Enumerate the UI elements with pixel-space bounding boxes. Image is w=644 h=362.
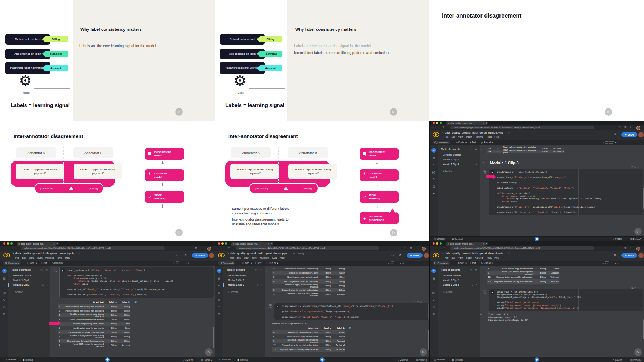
data-table-icon[interactable]: ⊞ bbox=[430, 313, 438, 316]
secrets-icon[interactable]: ⊙ bbox=[0, 298, 8, 302]
more-output-icon[interactable]: ⋯ bbox=[266, 322, 268, 325]
collapse-output-icon[interactable]: v bbox=[480, 148, 482, 150]
run-cell-button[interactable]: ▶ bbox=[61, 269, 65, 272]
kernel-status[interactable]: ▥ Python 3 bbox=[416, 358, 427, 361]
minimize-window-button[interactable] bbox=[221, 242, 224, 245]
bookmark-star-icon[interactable]: ☆ bbox=[619, 126, 621, 129]
reload-icon[interactable]: ↻ bbox=[228, 246, 230, 249]
run-all-button[interactable]: ▷ Run all ▾ bbox=[481, 141, 493, 144]
new-tab-button[interactable]: + bbox=[485, 121, 488, 125]
cell-toolbar[interactable]: ↑↓⊡▢⋮ bbox=[413, 300, 426, 303]
menu-item[interactable]: Help bbox=[494, 256, 499, 259]
menu-item[interactable]: Help bbox=[65, 256, 70, 259]
add-section-button[interactable]: + Section bbox=[438, 287, 480, 293]
avatar[interactable] bbox=[638, 253, 644, 258]
toc-icon[interactable]: ≡ bbox=[431, 269, 436, 273]
resources-indicator[interactable]: ✓ RAMDisk ▾ ∧ bbox=[173, 261, 189, 265]
toc-item-module-1-clip-2[interactable]: Module 1 Clip 2 bbox=[223, 278, 265, 283]
run-all-button[interactable]: ▷ Run all ▾ bbox=[267, 262, 278, 265]
kernel-status[interactable]: ▥ Python 3 bbox=[201, 358, 212, 361]
run-all-button[interactable]: ▷ Run all ▾ bbox=[481, 262, 493, 265]
menu-item[interactable]: Help bbox=[494, 136, 499, 138]
code-snippets-icon[interactable]: ‹› bbox=[215, 284, 223, 288]
close-icon[interactable]: ✕ bbox=[46, 269, 48, 271]
menu-item[interactable]: File bbox=[445, 256, 448, 259]
more-output-icon[interactable]: ⋯ bbox=[51, 304, 53, 307]
files-icon[interactable]: ▢ bbox=[215, 305, 223, 309]
scrollbar-thumb[interactable] bbox=[428, 330, 429, 350]
zoom-window-button[interactable] bbox=[10, 242, 13, 245]
collapse-section-icon[interactable]: v bbox=[483, 161, 484, 164]
play-overlay-icon[interactable]: ▷ bbox=[390, 108, 397, 116]
comment-icon[interactable]: ▭ bbox=[176, 254, 179, 257]
toc-item-generate-dataset[interactable]: Generate Dataset bbox=[223, 273, 265, 278]
star-icon[interactable]: ☆ bbox=[293, 252, 295, 255]
find-replace-icon[interactable]: ▤ bbox=[0, 277, 8, 280]
menu-item[interactable]: Tools bbox=[486, 136, 492, 138]
code-cell[interactable]: ▶ total_rows = len(annotations_df)disagr… bbox=[489, 289, 643, 311]
variables-icon[interactable]: {x} bbox=[215, 291, 223, 295]
address-bar[interactable]: colab.research.google.com/drive/1WorUD3w… bbox=[21, 246, 165, 250]
bookmark-star-icon[interactable]: ☆ bbox=[404, 246, 406, 249]
terminal-button[interactable]: ▣ Terminal bbox=[452, 238, 463, 240]
avatar[interactable] bbox=[638, 132, 644, 137]
find-replace-icon[interactable]: ▤ bbox=[215, 277, 223, 280]
chevron-down-icon[interactable]: ▾ bbox=[251, 262, 252, 265]
back-icon[interactable]: ← bbox=[433, 126, 435, 128]
menu-item[interactable]: Edit bbox=[451, 256, 455, 259]
toc-item-module-1-clip-2[interactable]: Module 1 Clip 2 bbox=[8, 278, 50, 283]
run-all-button[interactable]: ▷ Run all ▾ bbox=[52, 262, 63, 265]
menu-item[interactable]: Runtime bbox=[475, 256, 483, 259]
profile-avatar[interactable] bbox=[636, 247, 640, 251]
close-window-button[interactable] bbox=[218, 242, 220, 245]
code-editor[interactable]: annotations_df = base_tickets_df.copy() … bbox=[497, 170, 641, 213]
code-editor[interactable]: total_rows = len(annotations_df)disagree… bbox=[497, 290, 641, 309]
code-snippets-icon[interactable]: ‹› bbox=[430, 163, 438, 167]
collapse-output-icon[interactable]: v bbox=[266, 271, 267, 273]
chevron-down-icon[interactable]: ▾ bbox=[36, 262, 37, 265]
downloads-icon[interactable]: ↓ bbox=[201, 246, 202, 249]
menu-item[interactable]: Runtime bbox=[475, 136, 483, 138]
menu-item[interactable]: Runtime bbox=[260, 256, 269, 259]
add-code-button[interactable]: + Code bbox=[27, 262, 34, 264]
cell-toolbar[interactable]: ↑↓⊡▢⋮ bbox=[627, 165, 641, 168]
menu-item[interactable]: Edit bbox=[236, 256, 240, 259]
share-button[interactable]: ⊕Share bbox=[621, 253, 637, 258]
comment-icon[interactable]: ▭ bbox=[606, 254, 609, 257]
settings-gear-icon[interactable]: ⚙ bbox=[614, 133, 616, 136]
menu-item[interactable]: Runtime bbox=[45, 256, 54, 259]
notebook-title[interactable]: data_quality_ground_truth_genai_demo.ipy… bbox=[445, 131, 503, 134]
menu-item[interactable]: File bbox=[445, 136, 448, 138]
back-icon[interactable]: ← bbox=[218, 246, 220, 249]
share-button[interactable]: ⊕Share bbox=[407, 253, 423, 258]
reload-icon[interactable]: ↻ bbox=[13, 246, 15, 249]
secrets-icon[interactable]: ⊙ bbox=[215, 298, 223, 302]
code-cell[interactable]: ▶ disagreements = annotations_df[annotat… bbox=[274, 303, 429, 320]
add-section-button[interactable]: + Section bbox=[223, 287, 265, 293]
run-section-icon[interactable]: ▷ bbox=[257, 284, 259, 286]
resources-indicator[interactable]: ✓ RAMDisk ▾ ∧ bbox=[388, 261, 404, 265]
extensions-icon[interactable]: ▦ bbox=[624, 126, 627, 129]
forward-icon[interactable]: → bbox=[438, 126, 440, 128]
settings-gear-icon[interactable]: ⚙ bbox=[614, 254, 616, 257]
code-snippets-icon[interactable]: ‹› bbox=[0, 284, 8, 288]
zoom-window-button[interactable] bbox=[225, 242, 227, 245]
back-icon[interactable]: ← bbox=[3, 246, 6, 249]
menu-item[interactable]: View bbox=[244, 256, 249, 259]
scrollbar-thumb[interactable] bbox=[643, 319, 644, 339]
zoom-window-button[interactable] bbox=[440, 242, 442, 245]
avatar[interactable] bbox=[209, 253, 214, 258]
resources-indicator[interactable]: ✓ RAMDisk ▾ ∧ bbox=[602, 261, 619, 265]
code-snippets-icon[interactable]: ‹› bbox=[430, 284, 438, 288]
share-button[interactable]: ⊕Share bbox=[621, 132, 637, 137]
star-icon[interactable]: ☆ bbox=[508, 252, 510, 255]
toc-icon[interactable]: ≡ bbox=[431, 148, 436, 153]
interactive-table-icon[interactable]: ⊞ bbox=[133, 300, 137, 304]
run-cell-button[interactable]: ▶ bbox=[491, 290, 494, 294]
more-icon[interactable]: ⋮ bbox=[475, 284, 477, 286]
profile-avatar[interactable] bbox=[422, 247, 426, 251]
new-tab-button[interactable]: + bbox=[485, 242, 488, 245]
reload-icon[interactable]: ↻ bbox=[443, 126, 445, 129]
profile-avatar[interactable] bbox=[207, 247, 211, 251]
comment-icon[interactable]: ▭ bbox=[391, 254, 394, 257]
